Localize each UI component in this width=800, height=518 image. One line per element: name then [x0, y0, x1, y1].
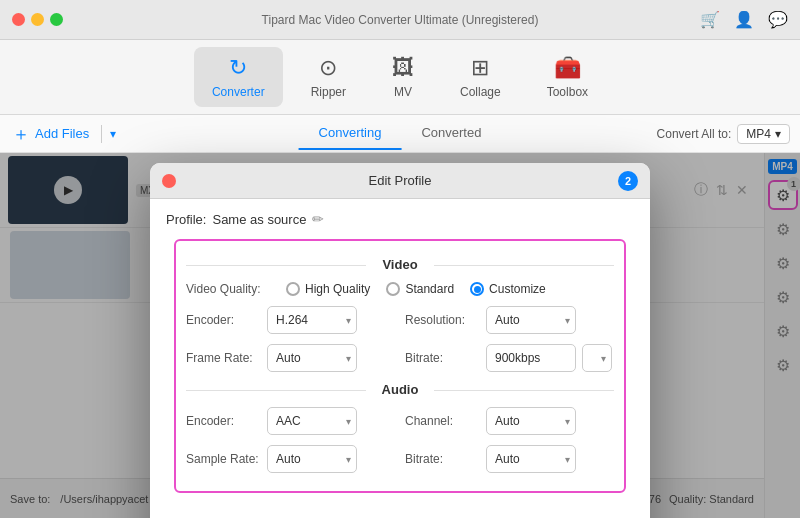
framerate-label: Frame Rate: — [186, 351, 261, 365]
nav-mv[interactable]: 🖼 MV — [374, 47, 432, 107]
channel-select-wrapper: Auto — [486, 407, 576, 435]
main-content: ▶ MXF 64 Source: MXF.mxf Output: MXFmp4 … — [0, 153, 800, 518]
video-quality-options: High Quality Standard Customize — [286, 282, 546, 296]
nav-collage[interactable]: ⊞ Collage — [442, 47, 519, 107]
title-bar: Tipard Mac Video Converter Ultimate (Unr… — [0, 0, 800, 40]
traffic-lights — [12, 13, 63, 26]
profile-value: Same as source — [212, 212, 306, 227]
video-quality-label: Video Quality: — [186, 282, 276, 296]
convert-all-select[interactable]: MP4 ▾ — [737, 124, 790, 144]
radio-customize-circle — [470, 282, 484, 296]
encoder-select-wrapper: H.264 — [267, 306, 357, 334]
convert-all-label: Convert All to: — [657, 127, 732, 141]
tab-converted[interactable]: Converted — [401, 117, 501, 150]
samplerate-col: Sample Rate: Auto — [186, 445, 395, 473]
nav-collage-label: Collage — [460, 85, 501, 99]
encoder-select[interactable]: H.264 — [267, 306, 357, 334]
profile-row: Profile: Same as source ✏ — [166, 211, 634, 227]
audio-section-header: Audio — [186, 382, 614, 397]
convert-all-format: MP4 — [746, 127, 771, 141]
framerate-bitrate-row: Frame Rate: Auto Bitrate: — [186, 344, 614, 372]
audio-bitrate-col: Bitrate: Auto — [405, 445, 614, 473]
audio-bitrate-label: Bitrate: — [405, 452, 480, 466]
bitrate-unit-wrapper — [582, 344, 612, 372]
radio-standard[interactable]: Standard — [386, 282, 454, 296]
nav-converter-label: Converter — [212, 85, 265, 99]
channel-label: Channel: — [405, 414, 480, 428]
audio-bitrate-select[interactable]: Auto — [486, 445, 576, 473]
modal-header: ✕ Edit Profile 2 — [150, 163, 650, 199]
collage-icon: ⊞ — [471, 55, 489, 81]
encoder-label: Encoder: — [186, 313, 261, 327]
radio-standard-label: Standard — [405, 282, 454, 296]
audio-encoder-select[interactable]: AAC — [267, 407, 357, 435]
profile-edit-icon[interactable]: ✏ — [312, 211, 324, 227]
samplerate-label: Sample Rate: — [186, 452, 261, 466]
cart-icon[interactable]: 🛒 — [700, 10, 720, 29]
user-icon[interactable]: 👤 — [734, 10, 754, 29]
resolution-select[interactable]: Auto — [486, 306, 576, 334]
add-files-dropdown[interactable]: ▾ — [102, 127, 124, 141]
bitrate-label: Bitrate: — [405, 351, 480, 365]
add-files-label: Add Files — [35, 126, 89, 141]
bitrate-unit-select[interactable] — [582, 344, 612, 372]
channel-col: Channel: Auto — [405, 407, 614, 435]
modal-overlay: ✕ Edit Profile 2 Profile: Same as source… — [0, 153, 800, 518]
convert-all-section: Convert All to: MP4 ▾ — [647, 124, 800, 144]
radio-customize[interactable]: Customize — [470, 282, 546, 296]
toolbox-icon: 🧰 — [554, 55, 581, 81]
app-title: Tipard Mac Video Converter Ultimate (Unr… — [262, 13, 539, 27]
sub-nav-tabs: Converting Converted — [299, 117, 502, 150]
radio-customize-label: Customize — [489, 282, 546, 296]
modal-body: Profile: Same as source ✏ Video Video Qu… — [150, 199, 650, 517]
resolution-label: Resolution: — [405, 313, 480, 327]
minimize-button[interactable] — [31, 13, 44, 26]
audio-encoder-channel-row: Encoder: AAC Channel: Auto — [186, 407, 614, 435]
profile-label: Profile: — [166, 212, 206, 227]
radio-high-quality[interactable]: High Quality — [286, 282, 370, 296]
sub-nav: ＋ Add Files ▾ Converting Converted Conve… — [0, 115, 800, 153]
menu-icon[interactable]: 💬 — [768, 10, 788, 29]
resolution-select-wrapper: Auto — [486, 306, 576, 334]
nav-ripper[interactable]: ⊙ Ripper — [293, 47, 364, 107]
nav-toolbox-label: Toolbox — [547, 85, 588, 99]
close-button[interactable] — [12, 13, 25, 26]
modal-step-badge: 2 — [618, 171, 638, 191]
modal-title: Edit Profile — [369, 173, 432, 188]
video-section-header: Video — [186, 257, 614, 272]
encoder-resolution-row: Encoder: H.264 Resolution: A — [186, 306, 614, 334]
maximize-button[interactable] — [50, 13, 63, 26]
ripper-icon: ⊙ — [319, 55, 337, 81]
samplerate-audiobitrate-row: Sample Rate: Auto Bitrate: A — [186, 445, 614, 473]
modal-close-button[interactable]: ✕ — [162, 174, 176, 188]
samplerate-select-wrapper: Auto — [267, 445, 357, 473]
nav-toolbox[interactable]: 🧰 Toolbox — [529, 47, 606, 107]
audio-encoder-select-wrapper: AAC — [267, 407, 357, 435]
radio-high-quality-circle — [286, 282, 300, 296]
top-nav: ↻ Converter ⊙ Ripper 🖼 MV ⊞ Collage 🧰 To… — [0, 40, 800, 115]
nav-converter[interactable]: ↻ Converter — [194, 47, 283, 107]
bitrate-input[interactable] — [486, 344, 576, 372]
video-quality-row: Video Quality: High Quality Standard — [186, 282, 614, 296]
audio-encoder-label: Encoder: — [186, 414, 261, 428]
plus-icon: ＋ — [12, 122, 30, 146]
framerate-select[interactable]: Auto — [267, 344, 357, 372]
converter-icon: ↻ — [229, 55, 247, 81]
channel-select[interactable]: Auto — [486, 407, 576, 435]
add-files-button[interactable]: ＋ Add Files — [0, 115, 101, 152]
modal-settings-area: Video Video Quality: High Quality Standa… — [174, 239, 626, 493]
nav-mv-label: MV — [394, 85, 412, 99]
tab-converting[interactable]: Converting — [299, 117, 402, 150]
radio-high-quality-label: High Quality — [305, 282, 370, 296]
framerate-select-wrapper: Auto — [267, 344, 357, 372]
resolution-col: Resolution: Auto — [405, 306, 614, 334]
mv-icon: 🖼 — [392, 55, 414, 81]
convert-all-dropdown-icon: ▾ — [775, 127, 781, 141]
radio-standard-circle — [386, 282, 400, 296]
audio-bitrate-select-wrapper: Auto — [486, 445, 576, 473]
audio-encoder-col: Encoder: AAC — [186, 407, 395, 435]
samplerate-select[interactable]: Auto — [267, 445, 357, 473]
nav-ripper-label: Ripper — [311, 85, 346, 99]
framerate-col: Frame Rate: Auto — [186, 344, 395, 372]
edit-profile-modal: ✕ Edit Profile 2 Profile: Same as source… — [150, 163, 650, 518]
